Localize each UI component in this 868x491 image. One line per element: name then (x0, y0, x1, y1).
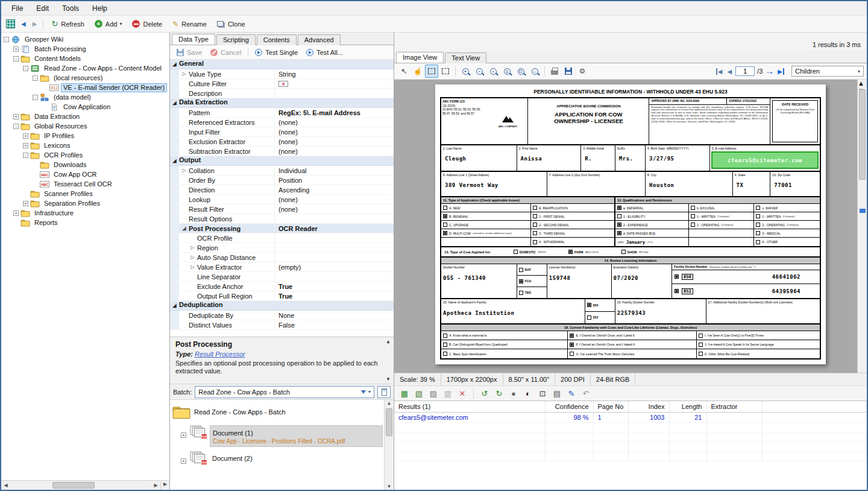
image-scroll-up-icon[interactable]: ▲ (858, 80, 864, 87)
property-row-pattern[interactable]: PatternRegEx: 5\. E-mail Address (170, 108, 394, 118)
results-column-length[interactable]: Length (669, 401, 706, 412)
collapsed-icon[interactable]: ▷ (181, 168, 187, 173)
document-expander-icon[interactable]: + (181, 432, 186, 438)
batch-document-body[interactable]: Document (2) (210, 451, 383, 464)
undo-icon[interactable]: ↶ (580, 387, 592, 399)
property-value[interactable] (274, 89, 394, 98)
help-scrollbar[interactable]: ▲▼ (385, 339, 392, 382)
property-row-culture-filter[interactable]: Culture Filter (170, 79, 394, 89)
help-scroll-up-icon[interactable]: ▲ (386, 339, 391, 344)
property-value[interactable]: (none) (274, 137, 394, 146)
property-row-lookup[interactable]: Lookup(none) (170, 195, 394, 204)
viewer-tab-image-view[interactable]: Image View (396, 52, 444, 63)
zoom-actual-size-icon[interactable]: 1 (500, 65, 514, 78)
property-row-description[interactable]: Description (170, 89, 394, 98)
property-value[interactable] (274, 272, 394, 281)
image-scroll-thumb[interactable] (859, 89, 866, 180)
collapsed-icon[interactable]: ▷ (181, 71, 187, 77)
tree-item-ip-profiles[interactable]: +IP Profiles (1, 131, 169, 141)
minus-expander-icon[interactable]: - (33, 75, 38, 81)
save-image-icon[interactable] (562, 65, 575, 78)
tab-scripting[interactable]: Scripting (216, 34, 256, 45)
property-row-exclude-anchor[interactable]: Exclude AnchorTrue (170, 282, 394, 291)
batch-scroll-up-icon[interactable]: ▲ (385, 401, 394, 406)
property-category-output[interactable]: ◢Output (170, 156, 394, 166)
property-value[interactable]: (none) (274, 127, 394, 136)
property-row-region[interactable]: ▷Region (170, 243, 394, 253)
property-category-deduplication[interactable]: ◢Deduplication (170, 301, 394, 311)
expanded-icon[interactable]: ◢ (181, 226, 187, 231)
image-vertical-scrollbar[interactable]: ▲ ▼ (857, 80, 867, 373)
filter-funnel-icon[interactable] (361, 390, 366, 394)
batch-document-body[interactable]: Document (1)Cow App - Licensee - Positio… (210, 425, 383, 447)
property-row-auto-snap-distance[interactable]: ▷Auto Snap Distance (170, 253, 394, 262)
batch-document-document-1[interactable]: +PDFDocument (1)Cow App - Licensee - Pos… (181, 425, 383, 447)
plus-expander-icon[interactable]: + (13, 114, 19, 119)
property-category-data-extraction[interactable]: ◢Data Extraction (170, 98, 394, 108)
capture-region-tool-icon[interactable] (439, 65, 452, 78)
tree-item-data-extraction[interactable]: +Data Extraction (1, 112, 169, 121)
property-row-referenced-extractors[interactable]: Referenced Extractors(none) (170, 118, 394, 127)
property-value[interactable]: (empty) (274, 262, 394, 271)
property-value[interactable] (274, 243, 394, 252)
menu-item-edit[interactable]: Edit (30, 2, 55, 15)
scroll-right-arrow-icon[interactable]: ▶ (151, 483, 160, 488)
results-column-page-no[interactable]: Page No (593, 401, 628, 412)
tree-item-downloads[interactable]: Downloads (1, 160, 169, 169)
scroll-left-arrow-icon[interactable]: ◀ (1, 483, 10, 488)
delete-image-icon[interactable]: ✕ (456, 387, 468, 399)
menu-item-help[interactable]: Help (86, 2, 114, 15)
collapsed-icon[interactable]: ▷ (190, 255, 195, 260)
property-category-general[interactable]: ◢General (170, 60, 394, 69)
scope-dropdown[interactable]: Children ▾ (791, 66, 864, 77)
minus-expander-icon[interactable]: - (13, 56, 19, 62)
results-column-results-1[interactable]: Results (1) (394, 401, 545, 412)
property-row-order-by[interactable]: Order ByPosition (170, 176, 394, 185)
property-value[interactable]: Individual (274, 166, 394, 175)
add-dropdown-caret-icon[interactable]: ▾ (119, 21, 122, 27)
property-row-deduplicate-by[interactable]: Deduplicate ByNone (170, 311, 394, 320)
scrollbar-thumb[interactable] (52, 482, 95, 489)
batch-scroll-thumb[interactable] (386, 408, 392, 436)
property-row-ocr-profile[interactable]: OCR Profile (170, 233, 394, 243)
property-value[interactable]: Position (274, 176, 394, 185)
property-row-distinct-values[interactable]: Distinct ValuesFalse (170, 320, 394, 330)
forward-button[interactable]: ▶ (30, 21, 40, 27)
grooper-node-icon[interactable] (6, 19, 15, 28)
help-scroll-down-icon[interactable]: ▼ (386, 376, 391, 382)
property-row-post-processing[interactable]: ◢Post ProcessingOCR Reader (170, 224, 394, 233)
delete-button[interactable]: Delete (128, 18, 166, 30)
help-type-link[interactable]: Result Processor (195, 350, 245, 358)
results-column-confidence[interactable]: Confidence (545, 401, 593, 412)
property-value[interactable] (274, 233, 394, 242)
plus-expander-icon[interactable]: + (23, 201, 28, 206)
minus-expander-icon[interactable]: - (33, 95, 38, 100)
collapsed-icon[interactable]: ▷ (190, 245, 195, 250)
first-page-button[interactable]: ◀ (716, 68, 724, 75)
tree-item-scanner-profiles[interactable]: Scanner Profiles (1, 189, 169, 198)
property-row-input-filter[interactable]: Input Filter(none) (170, 127, 394, 137)
clone-button[interactable]: Clone (213, 19, 250, 30)
tab-contents[interactable]: Contents (257, 34, 297, 45)
tree-item-data-model[interactable]: -(data model) (1, 92, 169, 102)
tree-item-global-resources[interactable]: -Global Resources (1, 121, 169, 131)
document-expander-icon[interactable]: + (181, 458, 186, 464)
minus-expander-icon[interactable]: - (23, 153, 28, 158)
tab-advanced[interactable]: Advanced (298, 34, 341, 45)
crop-icon[interactable]: ⊡ (536, 387, 549, 399)
plus-expander-icon[interactable]: + (13, 211, 19, 216)
property-row-direction[interactable]: DirectionAscending (170, 185, 394, 195)
plus-expander-icon[interactable]: + (23, 133, 28, 139)
tree-item-tesseract-cell-ocr[interactable]: ABCTesseract Cell OCR (1, 179, 169, 189)
tab-data-type[interactable]: Data Type (172, 34, 215, 45)
property-value[interactable]: True (274, 282, 394, 291)
collapsed-icon[interactable]: ▷ (190, 264, 195, 270)
minus-expander-icon[interactable]: - (4, 37, 9, 42)
print-icon[interactable] (548, 65, 561, 78)
previous-page-button[interactable]: ◀ (726, 68, 733, 75)
batch-vertical-scrollbar[interactable]: ▲ ▼ (384, 400, 394, 490)
property-row-exclusion-extractor[interactable]: Exclusion Extractor(none) (170, 137, 394, 147)
refresh-button[interactable]: ↻Refresh (47, 19, 88, 30)
property-value[interactable]: (none) (274, 118, 394, 127)
cancel-button[interactable]: Cancel (207, 48, 245, 57)
